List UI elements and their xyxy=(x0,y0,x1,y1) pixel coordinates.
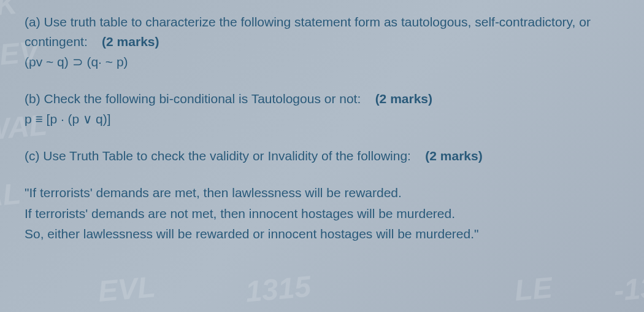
question-c: (c) Use Truth Table to check the validit… xyxy=(25,146,619,166)
watermark: IK xyxy=(0,0,18,23)
question-b: (b) Check the following bi-conditional i… xyxy=(25,89,619,129)
question-b-text: (b) Check the following bi-conditional i… xyxy=(25,92,361,106)
question-a-marks-value: (2 marks) xyxy=(102,34,159,49)
watermark: 1315 xyxy=(244,269,312,308)
question-c-text: (c) Use Truth Table to check the validit… xyxy=(25,149,411,163)
question-c-argument: "If terrorists' demands are met, then la… xyxy=(25,182,619,244)
watermark: EVL xyxy=(97,270,157,308)
watermark: AL xyxy=(0,176,22,213)
question-b-marks xyxy=(364,92,375,106)
question-a-formula: (pv ~ q) ⊃ (q· ~ p) xyxy=(25,52,619,72)
question-b-marks-value: (2 marks) xyxy=(375,92,432,106)
question-c-marks xyxy=(415,149,426,163)
watermark: -13 xyxy=(612,270,644,308)
argument-line-3: So, either lawlessness will be rewarded … xyxy=(25,224,619,244)
question-c-marks-value: (2 marks) xyxy=(425,149,482,163)
argument-line-2: If terrorists' demands are not met, then… xyxy=(25,203,619,224)
question-b-formula: p ≡ [p · (p ∨ q)] xyxy=(25,109,619,129)
question-a: (a) Use truth table to characterize the … xyxy=(25,12,619,72)
argument-line-1: "If terrorists' demands are met, then la… xyxy=(25,182,619,203)
question-a-marks xyxy=(91,34,102,49)
watermark: LE xyxy=(513,270,553,307)
